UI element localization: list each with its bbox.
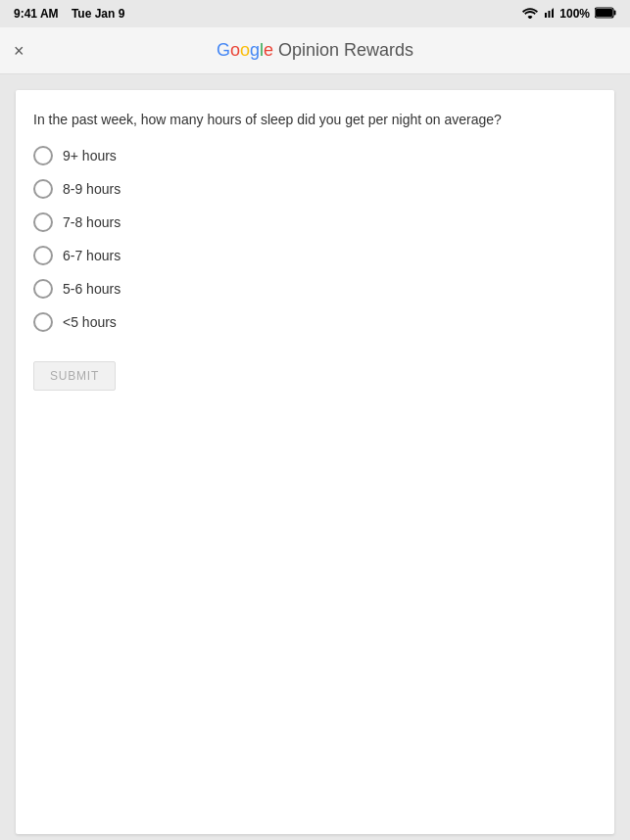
battery-level: 100% [559, 7, 590, 21]
radio-circle [33, 246, 53, 265]
radio-option[interactable]: <5 hours [33, 312, 597, 332]
radio-circle [33, 212, 53, 232]
radio-option[interactable]: 6-7 hours [33, 246, 597, 265]
svg-marker-2 [545, 13, 547, 18]
signal-icon [543, 7, 555, 22]
radio-circle [33, 312, 53, 332]
option-label: 5-6 hours [63, 281, 121, 297]
title-o2: o [240, 40, 250, 60]
title-o1: o [230, 40, 240, 60]
option-label: 9+ hours [63, 148, 117, 163]
title-e: e [264, 40, 273, 60]
radio-circle [33, 279, 53, 299]
title-g2: g [250, 40, 260, 60]
svg-marker-0 [552, 8, 554, 18]
option-label: 6-7 hours [63, 248, 121, 263]
title-rest: Opinion Rewards [273, 40, 413, 60]
battery-icon [595, 7, 616, 22]
radio-circle [33, 179, 53, 199]
svg-rect-5 [614, 10, 616, 15]
option-label: 8-9 hours [63, 181, 121, 197]
option-label: 7-8 hours [63, 214, 121, 230]
status-time: 9:41 AM [14, 7, 59, 21]
radio-option[interactable]: 5-6 hours [33, 279, 597, 299]
status-time-date: 9:41 AM Tue Jan 9 [14, 7, 124, 21]
submit-button[interactable]: SUBMIT [33, 361, 116, 391]
radio-circle [33, 146, 53, 165]
radio-option[interactable]: 8-9 hours [33, 179, 597, 199]
content-area: In the past week, how many hours of slee… [0, 74, 630, 840]
wifi-icon [522, 7, 538, 22]
title-g: G [217, 40, 230, 60]
question-text: In the past week, how many hours of slee… [33, 110, 597, 130]
survey-card: In the past week, how many hours of slee… [16, 90, 614, 834]
status-icons: 100% [522, 7, 616, 22]
app-bar: × Google Opinion Rewards [0, 27, 630, 74]
close-button[interactable]: × [14, 42, 24, 60]
svg-rect-6 [596, 9, 612, 17]
status-bar: 9:41 AM Tue Jan 9 100% [0, 0, 630, 27]
svg-marker-1 [549, 11, 551, 18]
radio-option[interactable]: 9+ hours [33, 146, 597, 165]
svg-marker-3 [543, 15, 544, 18]
status-date: Tue Jan 9 [72, 7, 124, 21]
app-title: Google Opinion Rewards [217, 40, 413, 61]
option-label: <5 hours [63, 314, 117, 330]
radio-option[interactable]: 7-8 hours [33, 212, 597, 232]
options-container: 9+ hours8-9 hours7-8 hours6-7 hours5-6 h… [33, 146, 597, 332]
